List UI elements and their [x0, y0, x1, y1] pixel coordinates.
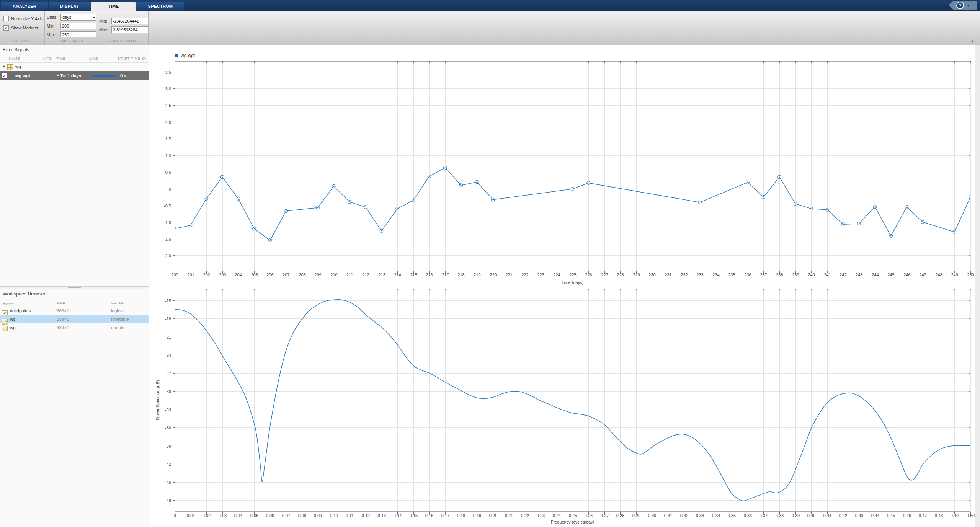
svg-text:0.16: 0.16: [425, 513, 433, 518]
signal-group-row[interactable]: ▼ wg: [0, 62, 149, 72]
y-min-label: Min:: [99, 19, 110, 23]
unchecked-checkbox-icon[interactable]: [3, 16, 9, 21]
workspace-col-size[interactable]: SIZE: [57, 300, 65, 305]
svg-text:0.44: 0.44: [871, 513, 879, 518]
svg-text:212: 212: [362, 272, 369, 277]
svg-text:217: 217: [442, 272, 449, 277]
y-max-input[interactable]: 3.819533284: [111, 26, 148, 33]
svg-text:0.13: 0.13: [378, 513, 386, 518]
time-min-input[interactable]: 200: [60, 23, 96, 29]
title-bar: ANALYZERDISPLAYTIMESPECTRUM ? ▾: [0, 0, 980, 11]
svg-text:0.22: 0.22: [521, 513, 529, 518]
filter-signals-input[interactable]: Filter Signals: [0, 45, 149, 55]
tab-analyzer[interactable]: ANALYZER: [1, 2, 48, 11]
variable-size: 339×1: [57, 323, 69, 332]
x-tick-labels: 00.010.020.030.040.050.060.070.080.090.1…: [173, 513, 975, 518]
workspace-browser-title: Workspace Browser: [0, 289, 149, 299]
y-tick-labels: -48-45-42-39-36-33-30-27-24-21-18-15: [165, 299, 171, 503]
svg-text:0.06: 0.06: [266, 513, 274, 518]
svg-text:0.17: 0.17: [441, 513, 449, 518]
svg-text:235: 235: [728, 272, 735, 277]
svg-text:0.14: 0.14: [394, 513, 402, 518]
svg-text:0.28: 0.28: [616, 513, 624, 518]
svg-text:0.41: 0.41: [823, 513, 831, 518]
signal-line-swatch: [93, 75, 115, 77]
svg-text:247: 247: [919, 272, 926, 277]
signal-row[interactable]: ✓ wg.wgt * Ts: 1 days 0 s: [0, 71, 149, 80]
collapse-group-icon[interactable]: ▼: [2, 62, 6, 71]
svg-text:0.24: 0.24: [553, 513, 561, 518]
signals-col-time[interactable]: TIME: [56, 56, 65, 60]
spectrum-plot[interactable]: 00.010.020.030.040.050.060.070.080.090.1…: [149, 287, 975, 527]
svg-text:0.23: 0.23: [537, 513, 545, 518]
help-badge[interactable]: ? ▾: [949, 1, 977, 10]
svg-text:0: 0: [169, 187, 171, 191]
time-max-label: Max:: [47, 33, 59, 37]
svg-text:242: 242: [840, 272, 846, 277]
svg-text:248: 248: [935, 272, 942, 277]
svg-text:205: 205: [251, 272, 258, 277]
collapse-toolstrip-icon[interactable]: ▲: [969, 39, 975, 42]
signals-col-name[interactable]: NAME: [9, 56, 20, 60]
svg-text:-30: -30: [165, 389, 171, 394]
workspace-col-class[interactable]: CLASS: [111, 300, 124, 305]
svg-text:-48: -48: [165, 498, 171, 503]
svg-text:3.5: 3.5: [165, 70, 171, 75]
svg-text:0.47: 0.47: [919, 513, 927, 518]
signal-time-info: * Ts: 1 days: [57, 71, 81, 80]
workspace-table-header[interactable]: NAME ▲ SIZE CLASS: [0, 299, 149, 307]
tab-spectrum[interactable]: SPECTRUM: [136, 2, 184, 11]
svg-text:244: 244: [872, 272, 879, 277]
svg-text:-1.5: -1.5: [164, 237, 171, 241]
svg-text:-42: -42: [165, 462, 171, 467]
workspace-row-wgt[interactable]: wgt339×1double: [0, 323, 149, 332]
checkbox-normalize-y-axis[interactable]: Normalize Y Axis: [3, 16, 43, 21]
checked-checkbox-icon[interactable]: ✓: [3, 25, 9, 31]
workspace-row-wg[interactable]: ◷wg339×1timetable: [0, 315, 149, 323]
variable-class: logical: [111, 307, 124, 315]
svg-text:0.42: 0.42: [839, 513, 847, 518]
tab-display[interactable]: DISPLAY: [49, 2, 90, 11]
svg-text:0.32: 0.32: [680, 513, 688, 518]
time-plot[interactable]: 2002012022032042052062072082092102112122…: [149, 47, 975, 287]
signal-name: wg.wgt: [15, 71, 30, 80]
svg-text:214: 214: [394, 272, 401, 277]
svg-text:0.36: 0.36: [744, 513, 752, 518]
svg-text:203: 203: [219, 272, 226, 277]
tab-bar: ANALYZERDISPLAYTIMESPECTRUM: [1, 1, 185, 11]
svg-text:0.21: 0.21: [505, 513, 513, 518]
svg-text:0.10: 0.10: [330, 513, 338, 518]
time-limits-section: Units: days ▾ Min: 200 Max: 250 TIME LIM…: [44, 11, 97, 45]
signals-table-header[interactable]: NAME INFO TIME LINE START TIME ⚙: [0, 55, 149, 63]
units-dropdown[interactable]: days ▾: [60, 14, 96, 21]
svg-text:220: 220: [490, 272, 497, 277]
svg-text:0.35: 0.35: [728, 513, 736, 518]
help-icon[interactable]: ?: [956, 2, 964, 9]
checkbox-label: Normalize Y Axis: [11, 16, 43, 21]
help-caret-down-icon[interactable]: ▾: [967, 3, 969, 7]
matrix-icon: [2, 326, 8, 331]
svg-text:206: 206: [266, 272, 273, 277]
svg-text:230: 230: [648, 272, 655, 277]
y-min-input[interactable]: -2.467264441: [111, 18, 148, 24]
signals-col-start[interactable]: START TIME: [118, 56, 140, 60]
variable-size: 366×1: [57, 307, 69, 315]
svg-text:2.0: 2.0: [165, 120, 171, 125]
svg-text:222: 222: [521, 272, 528, 277]
svg-text:0.12: 0.12: [362, 513, 370, 518]
workspace-row-validpoints[interactable]: ✓validpoints366×1logical: [0, 307, 149, 315]
svg-text:221: 221: [505, 272, 512, 277]
signal-checkbox[interactable]: ✓: [2, 73, 7, 79]
svg-text:-27: -27: [165, 371, 171, 376]
svg-text:209: 209: [314, 272, 321, 277]
checkbox-show-markers[interactable]: ✓Show Markers: [3, 25, 38, 31]
svg-text:250: 250: [967, 272, 974, 277]
gear-icon[interactable]: ⚙: [142, 56, 146, 62]
tab-time[interactable]: TIME: [91, 2, 136, 11]
units-label: Units:: [47, 15, 59, 20]
signals-col-info[interactable]: INFO: [42, 56, 52, 60]
svg-text:227: 227: [601, 272, 608, 277]
signals-col-line[interactable]: LINE: [89, 56, 98, 60]
variable-name: wgt: [10, 323, 17, 332]
y-axes-limits-section-label: Y-AXES LIMITS: [97, 37, 148, 45]
